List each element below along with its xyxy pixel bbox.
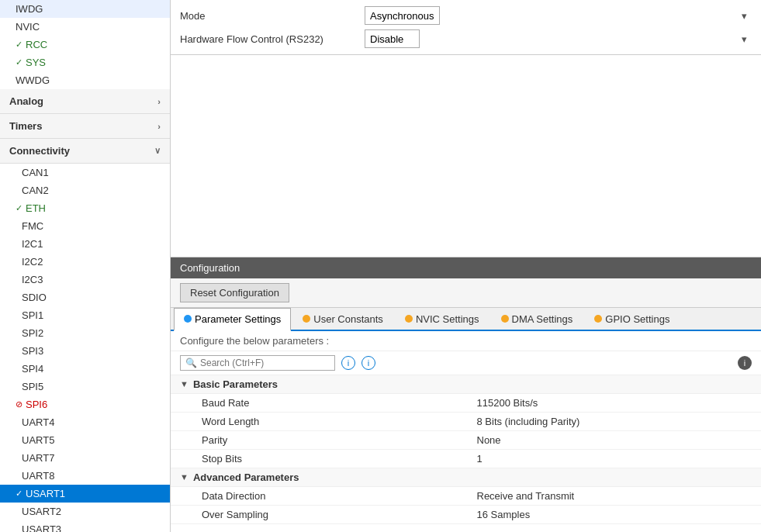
mode-select[interactable]: Asynchronous Synchronous [365, 6, 440, 25]
tab-gpio-settings-dot [594, 315, 602, 323]
tab-gpio-settings[interactable]: GPIO Settings [584, 308, 680, 330]
sidebar-item-eth[interactable]: ETH [0, 199, 170, 217]
tab-dma-settings[interactable]: DMA Settings [491, 308, 583, 330]
sidebar-item-usart2[interactable]: USART2 [0, 503, 170, 520]
sidebar-item-spi1[interactable]: SPI1 [0, 306, 170, 324]
sidebar-item-spi6[interactable]: SPI6 [0, 396, 170, 413]
sidebar-timers-section[interactable]: Timers › [0, 114, 170, 139]
sidebar: IWDG NVIC RCC SYS WWDG Analog › Timers ›… [0, 0, 171, 532]
sidebar-item-spi4[interactable]: SPI4 [0, 360, 170, 378]
basic-params-group-header[interactable]: ▼ Basic Parameters [171, 375, 761, 394]
sidebar-item-uart4[interactable]: UART4 [0, 413, 170, 431]
sidebar-analog-section[interactable]: Analog › [0, 89, 170, 114]
mode-label: Mode [180, 10, 358, 22]
timers-chevron-icon: › [157, 122, 161, 131]
search-icon: 🔍 [185, 358, 197, 368]
sidebar-item-spi5[interactable]: SPI5 [0, 378, 170, 396]
hw-flow-label: Hardware Flow Control (RS232) [180, 33, 358, 45]
search-input[interactable] [200, 358, 330, 368]
sidebar-item-nvic[interactable]: NVIC [0, 18, 170, 36]
sidebar-item-uart7[interactable]: UART7 [0, 449, 170, 467]
sidebar-item-fmc[interactable]: FMC [0, 217, 170, 235]
sidebar-item-spi3[interactable]: SPI3 [0, 342, 170, 360]
sidebar-item-rcc[interactable]: RCC [0, 36, 170, 54]
param-row-stop-bits: Stop Bits 1 [171, 450, 761, 468]
param-row-baud-rate: Baud Rate 115200 Bits/s [171, 394, 761, 413]
tab-nvic-settings[interactable]: NVIC Settings [395, 308, 489, 330]
sidebar-connectivity-section[interactable]: Connectivity ∨ [0, 139, 170, 164]
tab-dma-settings-dot [501, 315, 509, 323]
advanced-params-collapse-icon: ▼ [180, 472, 189, 482]
info-icon-dark: i [738, 356, 752, 370]
sidebar-item-i2c1[interactable]: I2C1 [0, 235, 170, 253]
sidebar-item-i2c3[interactable]: I2C3 [0, 271, 170, 288]
usart1-check-icon: ✓ [16, 489, 22, 499]
tab-user-constants[interactable]: User Constants [292, 308, 393, 330]
sidebar-item-usart3[interactable]: USART3 [0, 520, 170, 532]
config-middle-area [171, 55, 761, 257]
tab-user-constants-dot [303, 315, 310, 323]
param-row-parity: Parity None [171, 431, 761, 450]
param-row-data-direction: Data Direction Receive and Transmit [171, 487, 761, 506]
tab-parameter-settings-dot [184, 315, 192, 323]
analog-chevron-icon: › [157, 97, 161, 106]
mode-select-wrapper: Asynchronous Synchronous [365, 6, 752, 25]
sidebar-system-items: IWDG NVIC RCC SYS WWDG [0, 0, 170, 89]
sidebar-item-iwdg[interactable]: IWDG [0, 0, 170, 18]
search-row: 🔍 i i i [171, 351, 761, 375]
mode-row: Mode Asynchronous Synchronous [180, 6, 752, 25]
info-icon-right[interactable]: i [361, 356, 375, 370]
sidebar-item-uart8[interactable]: UART8 [0, 467, 170, 485]
sidebar-item-usart1[interactable]: ✓ USART1 [0, 485, 170, 503]
sidebar-item-can1[interactable]: CAN1 [0, 164, 170, 181]
sidebar-item-can2[interactable]: CAN2 [0, 181, 170, 199]
main-content: Mode Asynchronous Synchronous Hardware F… [171, 0, 761, 532]
sidebar-item-uart5[interactable]: UART5 [0, 431, 170, 449]
config-toolbar: Reset Configuration [171, 278, 761, 308]
sidebar-item-sdio[interactable]: SDIO [0, 288, 170, 306]
sidebar-connectivity-items: CAN1 CAN2 ETH FMC I2C1 I2C2 I2C3 SDIO SP… [0, 164, 170, 532]
advanced-params-group-header[interactable]: ▼ Advanced Parameters [171, 468, 761, 487]
search-input-wrapper: 🔍 [180, 355, 335, 371]
hw-flow-select[interactable]: Disable CTS Only RTS Only CTS/RTS [365, 29, 420, 48]
config-section-header: Configuration [171, 257, 761, 278]
sidebar-item-wwdg[interactable]: WWDG [0, 71, 170, 89]
basic-params-collapse-icon: ▼ [180, 379, 189, 389]
tab-nvic-settings-dot [405, 315, 413, 323]
hw-flow-select-wrapper: Disable CTS Only RTS Only CTS/RTS [365, 29, 752, 48]
sidebar-item-i2c2[interactable]: I2C2 [0, 253, 170, 271]
connectivity-chevron-icon: ∨ [154, 146, 161, 156]
hw-flow-row: Hardware Flow Control (RS232) Disable CT… [180, 29, 752, 48]
config-top-area: Mode Asynchronous Synchronous Hardware F… [171, 0, 761, 55]
param-row-over-sampling: Over Sampling 16 Samples [171, 506, 761, 524]
param-row-word-length: Word Length 8 Bits (including Parity) [171, 413, 761, 431]
reset-configuration-button[interactable]: Reset Configuration [180, 283, 289, 302]
info-icon-left[interactable]: i [341, 356, 355, 370]
params-area: Configure the below parameters : 🔍 i i i… [171, 331, 761, 533]
tabs-row: Parameter Settings User Constants NVIC S… [171, 308, 761, 331]
sidebar-item-sys[interactable]: SYS [0, 54, 170, 71]
sidebar-item-spi2[interactable]: SPI2 [0, 324, 170, 342]
params-header: Configure the below parameters : [171, 331, 761, 351]
tab-parameter-settings[interactable]: Parameter Settings [174, 308, 291, 331]
